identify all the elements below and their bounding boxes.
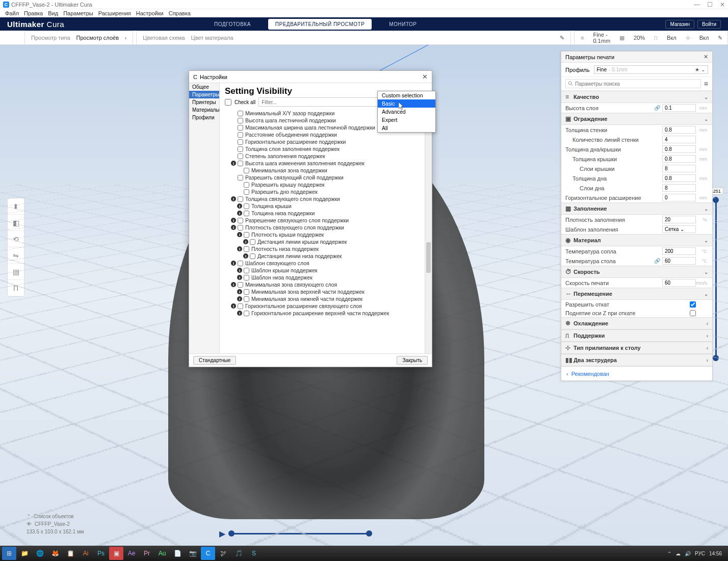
taskbar-app[interactable]: ▣ (109, 547, 123, 560)
setting-value[interactable]: 0.8 (662, 145, 696, 153)
tool-support[interactable]: П (8, 280, 24, 296)
recommended-button[interactable]: ‹ Рекомендован (561, 366, 712, 380)
setting-checkbox[interactable] (244, 203, 249, 209)
category-travel[interactable]: ↔Перемещение⌄ (561, 288, 712, 300)
tool-scale[interactable]: ◧ (8, 215, 24, 231)
tray-icon[interactable]: ⌃ (667, 551, 671, 556)
setting-checkbox[interactable] (244, 268, 249, 273)
layer-slider-horizontal[interactable]: ▶ (219, 528, 372, 539)
setting-checkbox[interactable] (238, 154, 243, 159)
setting-value[interactable]: 0.1 (662, 104, 696, 112)
setting-value[interactable]: 20 (662, 216, 696, 223)
menu-вид[interactable]: Вид (48, 10, 58, 16)
setting-checkbox[interactable] (238, 118, 243, 123)
tool-mesh[interactable]: ▤ (8, 264, 24, 280)
taskbar-app[interactable]: Ae (124, 547, 139, 560)
sidebar-item[interactable]: Материалы (189, 106, 219, 114)
menu-файл[interactable]: Файл (5, 10, 19, 16)
tool-rotate[interactable]: ⟲ (8, 231, 24, 247)
setting-checkbox[interactable] (238, 175, 243, 181)
taskbar-app[interactable]: 📄 (170, 547, 185, 560)
taskbar-app[interactable]: Ai (79, 547, 93, 560)
slider-thumb-right[interactable] (366, 530, 372, 537)
taskbar-app[interactable]: C (201, 547, 215, 560)
setting-value[interactable]: 60 (662, 279, 696, 287)
minimize-button[interactable]: — (694, 1, 700, 8)
scrollbar[interactable] (425, 110, 432, 353)
category-adhesion[interactable]: ⊹Тип прилипания к столу‹ (561, 342, 712, 354)
setting-value[interactable]: 0.8 (662, 155, 696, 163)
slider-thumb-top[interactable] (713, 197, 719, 203)
setting-value[interactable]: 0.8 (662, 126, 696, 134)
sidebar-item[interactable]: Принтеры (189, 98, 219, 106)
taskbar-app[interactable]: Pr (140, 547, 154, 560)
tray-icon[interactable]: 🔊 (685, 551, 691, 556)
dropdown-option[interactable]: All (378, 124, 435, 132)
category-shell[interactable]: ▣Ограждение⌄ (561, 113, 712, 125)
setting-checkbox[interactable] (238, 146, 243, 152)
setting-checkbox[interactable] (244, 246, 249, 252)
slider-thumb-bottom[interactable] (713, 355, 719, 361)
setting-checkbox[interactable] (250, 239, 255, 245)
tool-move[interactable]: ⬍ (8, 198, 24, 215)
taskbar-app[interactable]: 📷 (186, 547, 200, 560)
dropdown-option[interactable]: Custom selection (378, 91, 435, 99)
setting-checkbox[interactable] (238, 196, 243, 202)
taskbar-app[interactable]: 🎵 (231, 547, 246, 560)
setting-value[interactable]: 4 (662, 136, 696, 143)
tab-preview[interactable]: ПРЕДВАРИТЕЛЬНЫЙ ПРОСМОТР (268, 19, 372, 30)
taskbar-app[interactable]: 📁 (17, 547, 32, 560)
setting-value[interactable]: 200 (662, 247, 696, 255)
setting-checkbox[interactable] (238, 161, 243, 166)
category-support[interactable]: ⎍Поддержки‹ (561, 329, 712, 342)
setting-checkbox[interactable] (238, 282, 243, 288)
color-scheme-selector[interactable]: Цветовая схема Цвет материала ✎ (136, 31, 571, 44)
setting-checkbox[interactable] (250, 253, 255, 259)
category-quality[interactable]: ≡Качество⌄ (561, 91, 712, 103)
setting-checkbox[interactable] (238, 139, 243, 145)
tab-monitor[interactable]: МОНИТОР (382, 19, 424, 30)
hamburger-icon[interactable]: ≡ (704, 80, 708, 88)
setting-checkbox[interactable] (238, 261, 243, 266)
dropdown-option[interactable]: Advanced (378, 108, 435, 116)
setting-value[interactable]: 0.8 (662, 174, 696, 182)
settings-search-input[interactable] (565, 79, 701, 88)
setting-checkbox[interactable] (244, 296, 249, 302)
tab-prepare[interactable]: ПОДГОТОВКА (207, 19, 258, 30)
language-indicator[interactable]: РУС (695, 551, 705, 556)
pencil-icon[interactable]: ✎ (560, 35, 564, 41)
menu-настройки[interactable]: Настройки (136, 10, 164, 16)
view-type-selector[interactable]: Просмотр типа Просмотр слоёв ‹ (24, 31, 133, 44)
close-icon[interactable]: ✕ (704, 54, 708, 60)
taskbar-app[interactable]: Ps (94, 547, 108, 560)
category-dual[interactable]: ▮▮Два экструдера‹ (561, 354, 712, 366)
dropdown-option[interactable]: Expert (378, 116, 435, 124)
setting-checkbox[interactable] (244, 189, 249, 195)
setting-checkbox[interactable] (238, 125, 243, 131)
taskbar-app[interactable]: S (247, 547, 261, 560)
login-button[interactable]: Войти (697, 20, 721, 29)
menu-расширения[interactable]: Расширения (98, 10, 131, 16)
setting-value[interactable]: 0 (662, 194, 696, 201)
slider-thumb-left[interactable] (228, 530, 235, 537)
setting-checkbox[interactable] (244, 182, 249, 188)
taskbar-app[interactable]: Au (155, 547, 169, 560)
setting-checkbox[interactable] (244, 168, 249, 173)
sidebar-item[interactable]: Профили (189, 114, 219, 121)
dropdown-option[interactable]: Basic (378, 99, 435, 108)
close-button[interactable]: ✕ (720, 1, 725, 8)
defaults-button[interactable]: Стандартные (193, 356, 236, 365)
pencil-icon[interactable]: ✎ (718, 35, 722, 41)
sidebar-item[interactable]: Общее (189, 83, 219, 91)
setting-value[interactable]: 60 (662, 257, 696, 265)
setting-checkbox[interactable] (244, 289, 249, 295)
taskbar[interactable]: ⊞ 📁 🌐 🦊 📋 Ai Ps ▣ Ae Pr Au 📄 📷 C 🕊 🎵 S ⌃… (0, 546, 728, 561)
menu-правка[interactable]: Правка (24, 10, 43, 16)
category-speed[interactable]: ⏱Скорость⌄ (561, 266, 712, 278)
category-material[interactable]: ◉Материал⌄ (561, 234, 712, 246)
setting-checkbox[interactable] (238, 303, 243, 309)
maximize-button[interactable]: ☐ (707, 1, 713, 8)
check-all-checkbox[interactable] (225, 99, 231, 106)
setting-checkbox[interactable] (244, 232, 249, 238)
setting-value[interactable]: Сетка ⌄ (662, 225, 696, 233)
